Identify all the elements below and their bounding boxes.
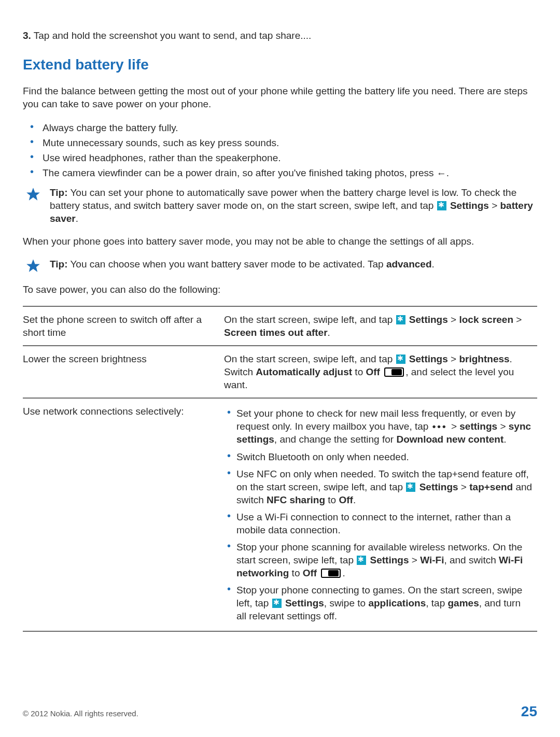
back-arrow-icon: ← — [437, 167, 446, 180]
settings-icon — [406, 483, 415, 492]
copyright: © 2012 Nokia. All rights reserved. — [23, 708, 138, 719]
more-menu-icon: ••• — [431, 420, 449, 433]
step-text: Tap and hold the screenshot you want to … — [34, 30, 312, 41]
settings-icon — [396, 315, 405, 324]
tip-block-1: Tip: You can set your phone to automatic… — [23, 186, 537, 225]
network-list: Set your phone to check for new mail les… — [224, 405, 533, 625]
list-item: Use a Wi-Fi connection to connect to the… — [236, 508, 533, 538]
tip-text: Tip: You can choose when you want batter… — [50, 258, 537, 271]
list-item: Use wired headphones, rather than the sp… — [39, 150, 537, 165]
cell-right: Set your phone to check for new mail les… — [224, 398, 537, 631]
table-intro: To save power, you can also do the follo… — [23, 283, 537, 296]
list-item: Use NFC on only when needed. To switch t… — [236, 465, 533, 508]
list-item: Stop your phone scanning for available w… — [236, 538, 533, 582]
settings-icon — [396, 355, 405, 364]
cell-left: Set the phone screen to switch off after… — [23, 306, 224, 346]
switch-off-icon — [321, 569, 341, 578]
star-icon — [26, 259, 40, 273]
page-number: 25 — [521, 702, 537, 721]
settings-icon — [272, 599, 282, 608]
step-number: 3. — [23, 30, 31, 41]
cell-right: On the start screen, swipe left, and tap… — [224, 306, 537, 346]
section-heading: Extend battery life — [23, 55, 537, 75]
svg-marker-0 — [26, 188, 40, 201]
battery-saver-note: When your phone goes into battery saver … — [23, 235, 537, 248]
settings-icon — [437, 201, 446, 210]
list-item: Set your phone to check for new mail les… — [236, 405, 533, 448]
power-save-table: Set the phone screen to switch off after… — [23, 306, 537, 632]
section-intro: Find the balance between getting the mos… — [23, 84, 537, 110]
camera-bullet-post: . — [446, 167, 449, 178]
tip-label: Tip: — [50, 187, 67, 198]
list-item: Always charge the battery fully. — [39, 120, 537, 135]
page-footer: © 2012 Nokia. All rights reserved. 25 — [23, 702, 537, 721]
settings-icon — [357, 556, 366, 565]
list-item: Stop your phone connecting to games. On … — [236, 582, 533, 625]
list-item: Switch Bluetooth on only when needed. — [236, 448, 533, 465]
tip-block-2: Tip: You can choose when you want batter… — [23, 258, 537, 273]
tip-text: Tip: You can set your phone to automatic… — [50, 186, 537, 225]
table-row: Set the phone screen to switch off after… — [23, 306, 537, 346]
step-3: 3. Tap and hold the screenshot you want … — [23, 29, 537, 42]
list-item: The camera viewfinder can be a power dra… — [39, 165, 537, 180]
cell-left: Lower the screen brightness — [23, 346, 224, 398]
tip-label: Tip: — [50, 259, 67, 270]
camera-bullet-pre: The camera viewfinder can be a power dra… — [43, 167, 437, 178]
switch-off-icon — [384, 367, 404, 377]
tips-list: Always charge the battery fully. Mute un… — [23, 120, 537, 180]
cell-right: On the start screen, swipe left, and tap… — [224, 346, 537, 398]
cell-left: Use network connections selectively: — [23, 398, 224, 631]
table-row: Use network connections selectively: Set… — [23, 398, 537, 631]
manual-page: 3. Tap and hold the screenshot you want … — [0, 0, 560, 737]
star-icon — [26, 187, 40, 202]
svg-marker-1 — [26, 259, 40, 272]
table-row: Lower the screen brightness On the start… — [23, 346, 537, 398]
list-item: Mute unnecessary sounds, such as key pre… — [39, 135, 537, 150]
